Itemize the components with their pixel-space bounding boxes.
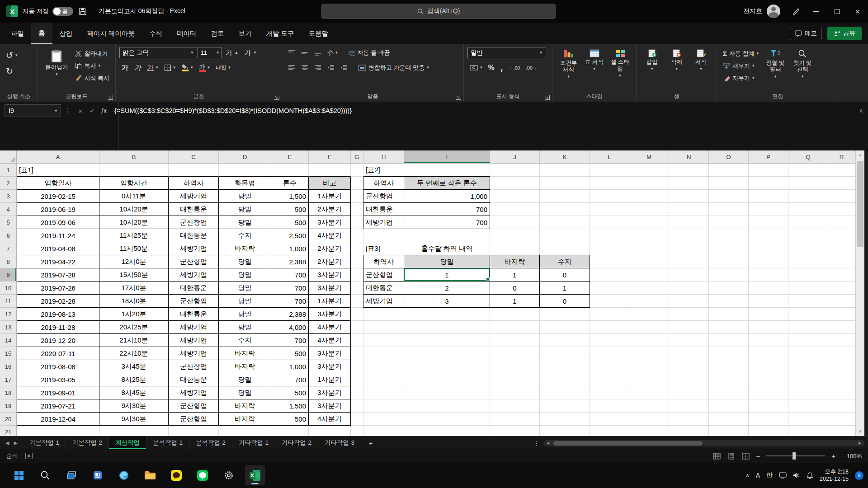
cell-N4[interactable] — [669, 203, 709, 216]
cell-Q13[interactable] — [788, 321, 828, 334]
cell-Q7[interactable] — [788, 242, 828, 255]
cell-I21[interactable] — [404, 426, 490, 436]
cell-F6[interactable]: 4사분기 — [309, 229, 351, 242]
redo-button[interactable]: ↻ — [4, 66, 34, 77]
cell-B6[interactable]: 11시25분 — [99, 229, 169, 242]
cell-A21[interactable] — [17, 426, 99, 436]
cell-R1[interactable] — [828, 164, 855, 177]
cell-B20[interactable]: 9시30분 — [99, 413, 169, 426]
cell-P4[interactable] — [749, 203, 788, 216]
cell-A2[interactable]: 입항일자 — [17, 177, 99, 190]
zoom-slider[interactable] — [766, 455, 825, 456]
cell-J14[interactable] — [490, 334, 540, 347]
cell-N12[interactable] — [669, 308, 709, 321]
row-header-20[interactable]: 20 — [0, 413, 17, 426]
cell-Q21[interactable] — [788, 426, 828, 436]
cell-R7[interactable] — [828, 242, 855, 255]
cell-R14[interactable] — [828, 334, 855, 347]
cell-A4[interactable]: 2019-06-19 — [17, 203, 99, 216]
sheet-nav-next-icon[interactable]: ▶ — [14, 440, 17, 446]
percent-style-button[interactable]: % — [486, 62, 497, 73]
alignment-dialog-launcher[interactable]: ↘ — [456, 95, 461, 100]
cell-A15[interactable]: 2020-07-11 — [17, 347, 99, 360]
cell-A10[interactable]: 2019-07-26 — [17, 282, 99, 295]
cell-K3[interactable] — [540, 190, 590, 203]
cell-N19[interactable] — [669, 399, 709, 413]
autosum-button[interactable]: Σ자동 합계▾ — [721, 48, 761, 59]
cell-A20[interactable]: 2019-12-04 — [17, 413, 99, 426]
cell-D5[interactable]: 당밀 — [219, 216, 271, 229]
formula-input[interactable]: {=SUM(($C$3:$C$20=$H9)*($D$3:$D$20=I$8)*… — [114, 107, 854, 114]
cell-Q3[interactable] — [788, 190, 828, 203]
cell-A11[interactable]: 2019-02-28 — [17, 295, 99, 308]
col-header-C[interactable]: C — [169, 150, 219, 164]
cell-H21[interactable] — [363, 426, 404, 436]
cell-R19[interactable] — [828, 399, 855, 413]
cell-G2[interactable] — [351, 177, 363, 190]
cell-I13[interactable] — [404, 321, 490, 334]
sheet-tab-계산작업[interactable]: 계산작업 — [109, 436, 146, 449]
col-header-R[interactable]: R — [828, 150, 855, 164]
cell-B14[interactable]: 21시10분 — [99, 334, 169, 347]
cell-O20[interactable] — [709, 413, 749, 426]
cell-I8[interactable]: 당밀 — [404, 255, 490, 268]
cell-H5[interactable]: 세방기업 — [363, 216, 404, 229]
cell-N6[interactable] — [669, 229, 709, 242]
bold-button[interactable]: 가 — [119, 62, 131, 73]
cell-F13[interactable]: 4사분기 — [309, 321, 351, 334]
cell-L6[interactable] — [590, 229, 629, 242]
user-name[interactable]: 전지호 — [743, 7, 762, 15]
cell-O8[interactable] — [709, 255, 749, 268]
cell-B18[interactable]: 8시45분 — [99, 386, 169, 399]
cell-G6[interactable] — [351, 229, 363, 242]
cell-B5[interactable]: 10시20분 — [99, 216, 169, 229]
cell-L9[interactable] — [590, 268, 629, 282]
cell-E21[interactable] — [271, 426, 309, 436]
cell-J15[interactable] — [490, 347, 540, 360]
col-header-O[interactable]: O — [709, 150, 749, 164]
cell-F9[interactable]: 3사분기 — [309, 268, 351, 282]
cell-I4[interactable]: 700 — [404, 203, 490, 216]
cell-I19[interactable] — [404, 399, 490, 413]
cell-F19[interactable]: 3사분기 — [309, 399, 351, 413]
cell-M7[interactable] — [629, 242, 669, 255]
cell-I20[interactable] — [404, 413, 490, 426]
cell-styles-button[interactable]: 셀 스타일▾ — [608, 47, 632, 91]
cell-I5[interactable]: 700 — [404, 216, 490, 229]
row-header-1[interactable]: 1 — [0, 164, 17, 177]
cell-P21[interactable] — [749, 426, 788, 436]
cell-C2[interactable]: 하역사 — [169, 177, 219, 190]
cell-N2[interactable] — [669, 177, 709, 190]
col-header-A[interactable]: A — [17, 150, 99, 164]
cell-P15[interactable] — [749, 347, 788, 360]
cell-M17[interactable] — [629, 373, 669, 386]
cell-E12[interactable]: 2,388 — [271, 308, 309, 321]
vertical-scrollbar[interactable]: ▲ ▼ — [855, 150, 864, 436]
row-header-15[interactable]: 15 — [0, 347, 17, 360]
macro-record-icon[interactable] — [25, 453, 33, 459]
cell-F1[interactable] — [309, 164, 351, 177]
cell-N10[interactable] — [669, 282, 709, 295]
col-header-M[interactable]: M — [629, 150, 669, 164]
cell-C21[interactable] — [169, 426, 219, 436]
cell-O1[interactable] — [709, 164, 749, 177]
cell-L5[interactable] — [590, 216, 629, 229]
number-format-select[interactable]: 일반▾ — [467, 47, 545, 58]
cell-D13[interactable]: 당밀 — [219, 321, 271, 334]
cell-C1[interactable] — [169, 164, 219, 177]
cell-L7[interactable] — [590, 242, 629, 255]
cell-J18[interactable] — [490, 386, 540, 399]
cell-D19[interactable]: 바지락 — [219, 399, 271, 413]
cell-A1[interactable]: [표1] — [17, 164, 99, 177]
cell-E20[interactable]: 500 — [271, 413, 309, 426]
col-header-G[interactable]: G — [351, 150, 363, 164]
cell-F21[interactable] — [309, 426, 351, 436]
cell-G15[interactable] — [351, 347, 363, 360]
row-header-6[interactable]: 6 — [0, 229, 17, 242]
cell-H11[interactable]: 세방기업 — [363, 295, 404, 308]
cell-A8[interactable]: 2019-04-22 — [17, 255, 99, 268]
cell-A9[interactable]: 2019-07-28 — [17, 268, 99, 282]
cell-C7[interactable]: 세방기업 — [169, 242, 219, 255]
cell-R11[interactable] — [828, 295, 855, 308]
cell-E7[interactable]: 1,000 — [271, 242, 309, 255]
